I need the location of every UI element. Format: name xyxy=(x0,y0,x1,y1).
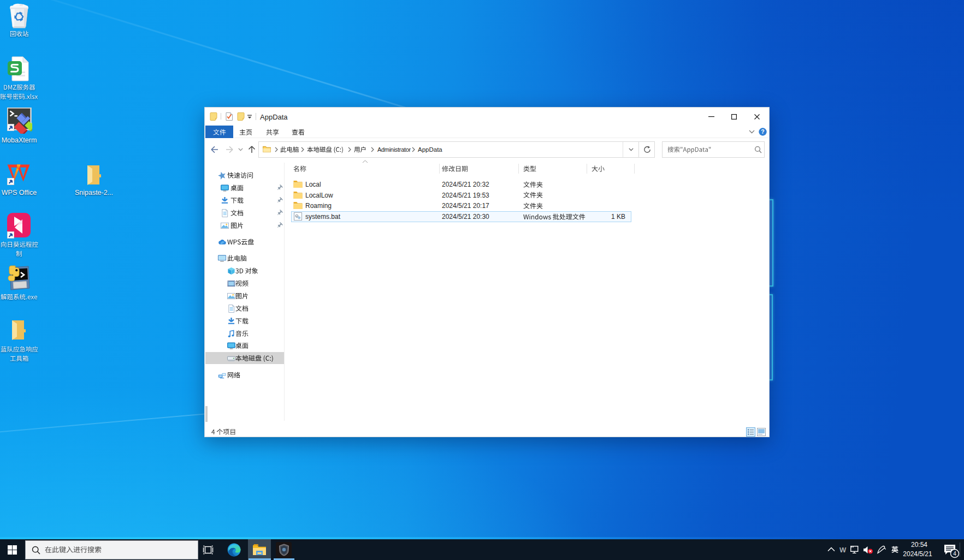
svg-text:?: ? xyxy=(761,128,764,135)
svg-text:4: 4 xyxy=(953,551,956,557)
